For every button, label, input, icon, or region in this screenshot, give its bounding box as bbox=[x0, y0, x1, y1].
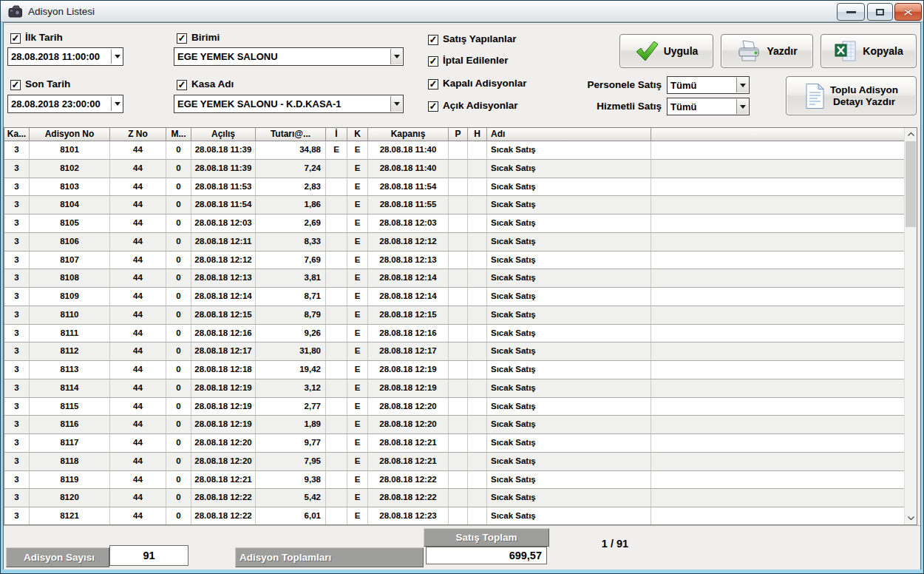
birimi-select[interactable]: EGE YEMEK SALONU bbox=[174, 47, 404, 66]
table-cell: 44 bbox=[110, 434, 166, 452]
table-row[interactable]: 3810544028.08.18 12:032,69E28.08.18 12:0… bbox=[4, 215, 904, 233]
yazdir-button[interactable]: Yazdır bbox=[721, 34, 813, 68]
column-header[interactable] bbox=[651, 128, 904, 141]
birimi-checkbox[interactable] bbox=[177, 33, 187, 44]
table-cell: 28.08.18 11:39 bbox=[191, 160, 256, 178]
check-icon bbox=[635, 41, 659, 61]
uygula-button[interactable]: Uygula bbox=[619, 34, 713, 68]
son-tarih-select[interactable]: 28.08.2018 23:00:00 bbox=[7, 95, 123, 113]
table-row[interactable]: 3811644028.08.18 12:191,89E28.08.18 12:2… bbox=[4, 416, 904, 434]
table-cell: Sıcak Satış bbox=[487, 416, 651, 433]
table-header: Ka...Adisyon NoZ NoM...AçılışTutarı@...İ… bbox=[4, 128, 904, 141]
table-cell: 28.08.18 12:14 bbox=[368, 288, 449, 305]
chevron-down-icon[interactable] bbox=[736, 99, 748, 114]
table-cell: 0 bbox=[166, 379, 191, 397]
table-cell bbox=[468, 160, 487, 178]
table-cell: 44 bbox=[110, 141, 166, 159]
table-cell: Sıcak Satış bbox=[487, 233, 651, 251]
column-header[interactable]: H bbox=[468, 128, 487, 141]
table-row[interactable]: 3811344028.08.18 12:1819,42E28.08.18 12:… bbox=[4, 361, 904, 379]
column-header[interactable]: M... bbox=[166, 128, 191, 141]
titlebar[interactable]: Adisyon Listesi bbox=[1, 1, 923, 22]
column-header[interactable]: İ bbox=[326, 128, 347, 141]
table-cell bbox=[468, 434, 487, 452]
son-tarih-checkbox[interactable] bbox=[10, 80, 21, 90]
table-row[interactable]: 3810644028.08.18 12:118,33E28.08.18 12:1… bbox=[4, 233, 904, 251]
chevron-down-icon[interactable] bbox=[111, 50, 123, 64]
table-cell bbox=[651, 288, 904, 305]
table-row[interactable]: 3811844028.08.18 12:207,95E28.08.18 12:2… bbox=[4, 453, 904, 471]
column-header[interactable]: Açılış bbox=[191, 128, 256, 141]
table-row[interactable]: 3810844028.08.18 12:133,81E28.08.18 12:1… bbox=[4, 269, 904, 288]
column-header[interactable]: P bbox=[449, 128, 468, 141]
column-header[interactable]: Adisyon No bbox=[30, 128, 110, 141]
table-row[interactable]: 3811244028.08.18 12:1731,80E28.08.18 12:… bbox=[4, 342, 904, 361]
acik-adisyonlar-checkbox[interactable] bbox=[428, 101, 438, 112]
table-cell bbox=[326, 489, 347, 507]
table-cell: 3 bbox=[4, 288, 30, 305]
table-cell bbox=[449, 306, 468, 324]
column-header[interactable]: Ka... bbox=[4, 128, 30, 141]
vertical-scrollbar[interactable] bbox=[904, 128, 917, 524]
column-header[interactable]: Z No bbox=[110, 128, 166, 141]
table-row[interactable]: 3811044028.08.18 12:158,79E28.08.18 12:1… bbox=[4, 306, 904, 325]
table-cell: 3 bbox=[4, 489, 30, 507]
son-tarih-label: Son Tarih bbox=[25, 78, 70, 90]
kapali-adisyonlar-checkbox[interactable] bbox=[428, 79, 438, 90]
iptal-edilenler-label: İptal Edilenler bbox=[443, 55, 509, 66]
table-cell: 44 bbox=[110, 196, 166, 214]
hizmetli-satis-select[interactable]: Tümü bbox=[667, 98, 750, 115]
table-cell: Sıcak Satış bbox=[487, 379, 651, 397]
chevron-down-icon[interactable] bbox=[736, 78, 748, 92]
column-header[interactable]: Kapanış bbox=[368, 128, 449, 141]
minimize-button[interactable] bbox=[837, 3, 865, 21]
table-cell: 3 bbox=[4, 141, 30, 159]
table-row[interactable]: 3811544028.08.18 12:192,77E28.08.18 12:2… bbox=[4, 398, 904, 416]
kasa-adi-checkbox[interactable] bbox=[177, 80, 187, 90]
table-cell bbox=[326, 269, 347, 287]
chevron-down-icon[interactable] bbox=[390, 96, 402, 112]
table-row[interactable]: 3812144028.08.18 12:226,01E28.08.18 12:2… bbox=[4, 507, 904, 524]
table-cell: 0 bbox=[166, 288, 191, 305]
table-row[interactable]: 3810244028.08.18 11:397,24E28.08.18 11:4… bbox=[4, 160, 904, 178]
kopyala-button[interactable]: Kopyala bbox=[821, 34, 917, 68]
table-row[interactable]: 3811744028.08.18 12:209,77E28.08.18 12:2… bbox=[4, 434, 904, 453]
toplu-adisyon-detayi-yazdir-button[interactable]: Toplu Adisyon Detayı Yazdır bbox=[786, 76, 917, 115]
table-cell: 8103 bbox=[30, 178, 110, 196]
ilk-tarih-checkbox[interactable] bbox=[10, 33, 21, 44]
column-header[interactable]: Tutarı@... bbox=[256, 128, 326, 141]
table-cell: 28.08.18 12:21 bbox=[191, 471, 256, 489]
table-row[interactable]: 3811144028.08.18 12:169,26E28.08.18 12:1… bbox=[4, 325, 904, 343]
iptal-edilenler-checkbox[interactable] bbox=[428, 56, 438, 67]
table-row[interactable]: 3812044028.08.18 12:225,42E28.08.18 12:2… bbox=[4, 489, 904, 507]
close-button[interactable] bbox=[894, 3, 922, 21]
table-cell: 8119 bbox=[30, 471, 110, 489]
satis-yapilanlar-checkbox[interactable] bbox=[428, 35, 438, 45]
table-cell bbox=[326, 398, 347, 416]
column-header[interactable]: K bbox=[347, 128, 368, 141]
table-cell: 8118 bbox=[30, 453, 110, 470]
table-cell: 28.08.18 12:17 bbox=[368, 342, 449, 360]
table-row[interactable]: 3810444028.08.18 11:541,86E28.08.18 11:5… bbox=[4, 196, 904, 215]
table-row[interactable]: 3810344028.08.18 11:532,83E28.08.18 11:5… bbox=[4, 178, 904, 197]
scroll-down-icon[interactable] bbox=[905, 512, 917, 524]
personele-satis-select[interactable]: Tümü bbox=[667, 76, 750, 94]
table-row[interactable]: 3811944028.08.18 12:219,38E28.08.18 12:2… bbox=[4, 471, 904, 490]
table-cell: 8115 bbox=[30, 398, 110, 416]
table-cell: 28.08.18 12:03 bbox=[368, 215, 449, 232]
chevron-down-icon[interactable] bbox=[390, 49, 402, 64]
table-row[interactable]: 3810944028.08.18 12:148,71E28.08.18 12:1… bbox=[4, 288, 904, 306]
scroll-up-icon[interactable] bbox=[905, 128, 917, 141]
table-row[interactable]: 3811444028.08.18 12:193,12E28.08.18 12:1… bbox=[4, 379, 904, 398]
table-cell bbox=[651, 196, 904, 214]
kasa-adi-select[interactable]: EGE YEMEK SALONU - K.D.KASA-1 bbox=[174, 95, 404, 113]
chevron-down-icon[interactable] bbox=[111, 97, 123, 111]
table-cell: Sıcak Satış bbox=[487, 306, 651, 324]
ilk-tarih-select[interactable]: 28.08.2018 11:00:00 bbox=[7, 47, 123, 66]
column-header[interactable]: Adı bbox=[487, 128, 651, 141]
scrollbar-thumb[interactable] bbox=[906, 141, 916, 227]
maximize-button[interactable] bbox=[867, 3, 893, 21]
table-cell: E bbox=[347, 269, 368, 287]
table-row[interactable]: 3810144028.08.18 11:3934,88EE28.08.18 11… bbox=[4, 141, 904, 160]
table-row[interactable]: 3810744028.08.18 12:127,69E28.08.18 12:1… bbox=[4, 251, 904, 270]
